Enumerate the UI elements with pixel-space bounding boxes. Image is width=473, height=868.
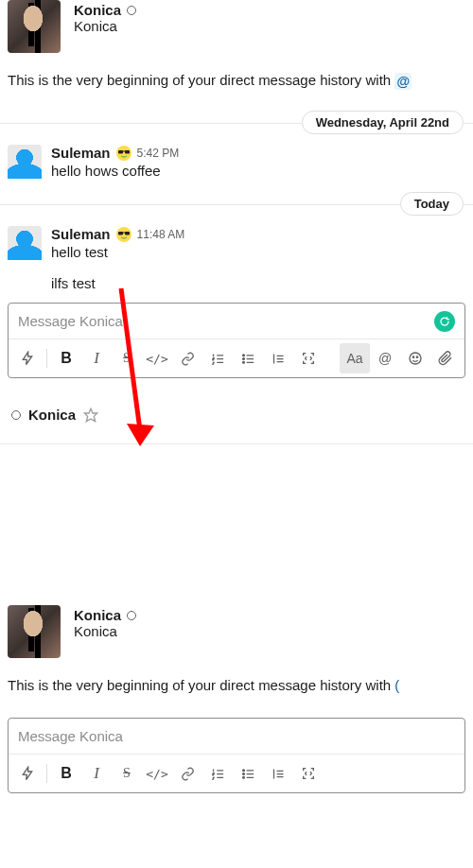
svg-point-17 bbox=[242, 776, 244, 778]
svg-rect-5 bbox=[122, 232, 126, 233]
dm-panel-bottom: Konica Konica This is the very beginning… bbox=[0, 605, 473, 793]
emoji-button[interactable] bbox=[400, 343, 430, 373]
dm-intro-text: This is the very beginning of your direc… bbox=[8, 72, 394, 88]
svg-point-7 bbox=[242, 357, 244, 359]
dm-header: Konica Konica bbox=[0, 0, 473, 61]
dm-subname: Konica bbox=[74, 623, 136, 639]
mention-chip[interactable]: ( bbox=[394, 677, 399, 693]
bold-button[interactable]: B bbox=[51, 758, 81, 789]
italic-button[interactable]: I bbox=[81, 343, 112, 373]
bullet-list-button[interactable] bbox=[233, 758, 263, 789]
date-divider: Today bbox=[0, 192, 473, 217]
dm-subname: Konica bbox=[74, 18, 136, 34]
code-block-button[interactable] bbox=[293, 758, 324, 789]
channel-name[interactable]: Konica bbox=[28, 407, 76, 423]
link-button[interactable] bbox=[172, 343, 202, 373]
svg-point-6 bbox=[242, 354, 244, 356]
svg-point-11 bbox=[416, 356, 417, 357]
dm-name[interactable]: Konica bbox=[74, 607, 121, 623]
avatar[interactable] bbox=[8, 145, 42, 179]
message-text: hello hows coffee bbox=[51, 161, 179, 179]
message-composer: Message Konica B I S </> bbox=[8, 718, 465, 793]
strikethrough-button[interactable]: S bbox=[112, 758, 142, 789]
attach-button[interactable] bbox=[430, 343, 461, 373]
shortcuts-icon[interactable] bbox=[12, 343, 43, 373]
svg-point-10 bbox=[412, 356, 413, 357]
message-input[interactable]: Message Konica bbox=[9, 304, 464, 339]
dm-intro: This is the very beginning of your direc… bbox=[0, 61, 473, 107]
message-text: hello test bbox=[51, 242, 184, 260]
star-icon[interactable] bbox=[83, 408, 98, 423]
ordered-list-button[interactable] bbox=[202, 343, 233, 373]
sunglasses-emoji-icon bbox=[116, 146, 131, 161]
mention-chip[interactable]: @ bbox=[394, 73, 412, 90]
mention-button[interactable]: @ bbox=[370, 343, 400, 373]
message-timestamp: 11:48 AM bbox=[137, 228, 185, 241]
dm-name-row: Konica bbox=[74, 2, 136, 18]
svg-point-15 bbox=[242, 769, 244, 771]
shortcuts-icon[interactable] bbox=[12, 758, 43, 789]
message-composer: Message Konica B I S </> bbox=[8, 303, 465, 378]
message-input[interactable]: Message Konica bbox=[9, 719, 464, 754]
date-divider: Wednesday, April 22nd bbox=[0, 111, 473, 135]
avatar[interactable] bbox=[8, 605, 61, 658]
svg-rect-2 bbox=[122, 150, 126, 151]
bullet-list-button[interactable] bbox=[233, 343, 263, 373]
svg-point-9 bbox=[410, 353, 421, 364]
dm-panel-top: Konica Konica This is the very beginning… bbox=[0, 0, 473, 444]
blockquote-button[interactable] bbox=[263, 758, 293, 789]
message-text: ilfs test bbox=[0, 269, 473, 295]
avatar[interactable] bbox=[8, 226, 42, 260]
svg-point-8 bbox=[242, 361, 244, 363]
presence-indicator bbox=[11, 410, 21, 420]
dm-intro-text: This is the very beginning of your direc… bbox=[8, 677, 394, 693]
presence-indicator bbox=[127, 611, 136, 620]
blockquote-button[interactable] bbox=[263, 343, 293, 373]
channel-header: Konica bbox=[0, 378, 473, 434]
dm-name[interactable]: Konica bbox=[74, 2, 121, 18]
sunglasses-emoji-icon bbox=[116, 227, 131, 242]
bold-button[interactable]: B bbox=[51, 343, 81, 373]
dm-header: Konica Konica bbox=[0, 605, 473, 666]
italic-button[interactable]: I bbox=[81, 758, 112, 789]
message-timestamp: 5:42 PM bbox=[137, 147, 180, 160]
code-button[interactable]: </> bbox=[142, 758, 172, 789]
grammarly-icon[interactable] bbox=[434, 311, 455, 332]
date-pill[interactable]: Today bbox=[400, 192, 464, 216]
ordered-list-button[interactable] bbox=[202, 758, 233, 789]
code-button[interactable]: </> bbox=[142, 343, 172, 373]
strikethrough-button[interactable]: S bbox=[112, 343, 142, 373]
svg-marker-14 bbox=[84, 408, 96, 421]
link-button[interactable] bbox=[172, 758, 202, 789]
composer-toolbar: B I S </> bbox=[9, 754, 464, 792]
composer-toolbar: B I S </> Aa @ bbox=[9, 339, 464, 377]
presence-indicator bbox=[127, 6, 136, 15]
message-row: Suleman 5:42 PM hello hows coffee bbox=[0, 145, 473, 188]
svg-point-16 bbox=[242, 773, 244, 774]
message-author[interactable]: Suleman bbox=[51, 226, 111, 242]
dm-intro: This is the very beginning of your direc… bbox=[0, 666, 473, 710]
avatar[interactable] bbox=[8, 0, 61, 53]
message-author[interactable]: Suleman bbox=[51, 145, 111, 161]
dm-name-row: Konica bbox=[74, 607, 136, 623]
code-block-button[interactable] bbox=[293, 343, 324, 373]
message-row: Suleman 11:48 AM hello test bbox=[0, 226, 473, 269]
formatting-toggle-button[interactable]: Aa bbox=[340, 343, 370, 373]
date-pill[interactable]: Wednesday, April 22nd bbox=[302, 111, 464, 134]
